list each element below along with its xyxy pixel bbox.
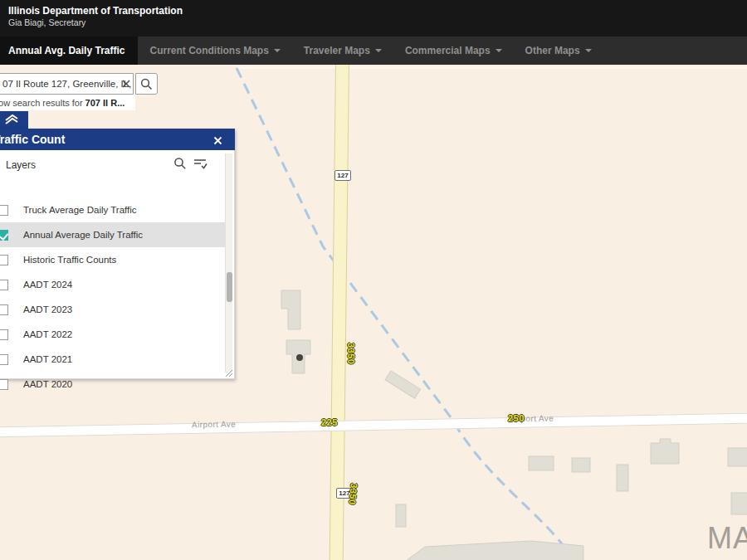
main-nav: Annual Avg. Daily Traffic Current Condit… bbox=[0, 37, 747, 65]
layer-row-annual-aadt[interactable]: Annual Average Daily Traffic bbox=[0, 222, 227, 247]
route-127-shield-north: 127 bbox=[334, 170, 351, 181]
app-header: Illinois Department of Transportation Gi… bbox=[0, 0, 747, 37]
building bbox=[572, 458, 590, 472]
layer-search-icon[interactable] bbox=[173, 157, 188, 171]
layer-row-aadt-2021[interactable]: AADT 2021 bbox=[0, 347, 227, 372]
building bbox=[728, 448, 747, 466]
building bbox=[529, 456, 554, 470]
search-input[interactable] bbox=[2, 79, 131, 89]
layers-heading: Layers bbox=[6, 159, 36, 171]
checkbox[interactable] bbox=[0, 304, 8, 315]
building bbox=[385, 371, 421, 398]
filter-list-icon[interactable] bbox=[193, 157, 208, 171]
stream-line bbox=[237, 68, 573, 558]
layer-list: Truck Average Daily Traffic Annual Avera… bbox=[0, 197, 227, 397]
caret-down-icon bbox=[496, 49, 502, 52]
tab-annual-avg-daily-traffic[interactable]: Annual Avg. Daily Traffic bbox=[0, 37, 138, 65]
search-icon bbox=[140, 78, 153, 90]
caret-down-icon bbox=[585, 49, 592, 52]
map-place-watermark: MA bbox=[707, 521, 747, 556]
clear-search-icon[interactable] bbox=[120, 77, 133, 90]
checkbox[interactable] bbox=[0, 379, 8, 390]
checkbox[interactable] bbox=[0, 255, 8, 265]
panel-header[interactable]: Traffic Count bbox=[0, 129, 235, 150]
layer-row-aadt-2020[interactable]: AADT 2020 bbox=[0, 372, 227, 397]
tab-commercial-maps[interactable]: Commercial Maps bbox=[393, 37, 514, 65]
layer-row-truck-aadt[interactable]: Truck Average Daily Traffic bbox=[0, 197, 227, 222]
tab-traveler-maps[interactable]: Traveler Maps bbox=[292, 37, 393, 65]
street-label-airport-ave-west: Airport Ave bbox=[192, 420, 236, 430]
layer-row-aadt-2022[interactable]: AADT 2022 bbox=[0, 322, 227, 347]
aadt-count-east: 250 bbox=[508, 413, 525, 423]
aadt-count-north: 3350 bbox=[346, 343, 356, 364]
checkbox-checked[interactable] bbox=[0, 230, 8, 241]
layers-widget-icon[interactable] bbox=[0, 111, 28, 129]
aadt-count-west: 225 bbox=[321, 417, 338, 427]
traffic-count-panel: Traffic Count Layers Truck Average Daily… bbox=[0, 129, 235, 379]
agency-title: Illinois Department of Transportation bbox=[8, 5, 183, 17]
scrollbar-thumb[interactable] bbox=[227, 272, 232, 302]
panel-body: Layers Truck Average Daily Traffic Annua… bbox=[0, 150, 235, 379]
building bbox=[731, 493, 747, 514]
building bbox=[396, 504, 406, 527]
agency-subtitle: Gia Biagi, Secretary bbox=[8, 17, 85, 27]
building bbox=[651, 439, 679, 464]
checkbox[interactable] bbox=[0, 329, 8, 340]
layer-row-aadt-2024[interactable]: AADT 2024 bbox=[0, 272, 227, 297]
tab-current-conditions-maps[interactable]: Current Conditions Maps bbox=[138, 37, 291, 65]
checkbox[interactable] bbox=[0, 205, 8, 216]
building bbox=[617, 465, 628, 491]
building bbox=[281, 290, 300, 329]
close-icon[interactable] bbox=[213, 134, 225, 145]
search-box[interactable] bbox=[0, 73, 134, 95]
search-suggestion[interactable]: how search results for707 Il R... bbox=[0, 95, 135, 110]
checkbox[interactable] bbox=[0, 280, 8, 290]
panel-title: Traffic Count bbox=[0, 133, 65, 146]
building bbox=[406, 541, 583, 560]
map-point-marker bbox=[296, 354, 303, 361]
checkbox[interactable] bbox=[0, 354, 8, 365]
search-button[interactable] bbox=[135, 73, 158, 95]
panel-scrollbar[interactable] bbox=[225, 153, 232, 373]
layer-row-historic-counts[interactable]: Historic Traffic Counts bbox=[0, 247, 227, 272]
layer-row-aadt-2023[interactable]: AADT 2023 bbox=[0, 297, 227, 322]
layers-icon bbox=[3, 114, 20, 126]
tab-other-maps[interactable]: Other Maps bbox=[514, 37, 603, 65]
caret-down-icon bbox=[274, 49, 281, 52]
caret-down-icon bbox=[375, 49, 382, 52]
